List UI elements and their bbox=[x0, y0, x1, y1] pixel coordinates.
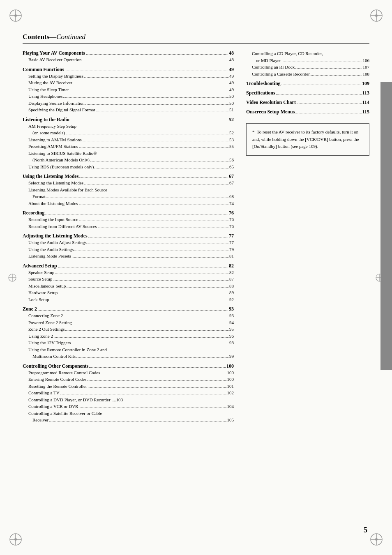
section-page-adjusting: 77 bbox=[229, 233, 234, 239]
section-common-functions: Common Functions 49 Setting the Display … bbox=[23, 67, 234, 113]
dots bbox=[311, 75, 362, 76]
list-item: Controlling a DVD Player, or DVD Recorde… bbox=[28, 396, 234, 403]
title-bold: Contents bbox=[23, 33, 49, 41]
section-page-using-listening: 67 bbox=[229, 173, 234, 180]
sub-title: Miscellaneous Setup bbox=[28, 283, 66, 290]
sub-page: 105 bbox=[227, 417, 234, 424]
sub-title: Muting the AV Receiver bbox=[28, 79, 72, 86]
sub-page: 107 bbox=[363, 64, 370, 71]
dots bbox=[281, 85, 361, 85]
list-item: Listening to SIRIUS Satellite Radio® bbox=[28, 150, 234, 157]
list-item: Format 68 bbox=[32, 193, 234, 200]
sub-page: 76 bbox=[229, 223, 234, 230]
section-header-playing-av: Playing Your AV Components 48 bbox=[23, 50, 234, 56]
corner-mark-tl bbox=[7, 7, 24, 24]
sub-page: 76 bbox=[229, 216, 234, 223]
page: 5 Contents—Continued Playing Your AV Com… bbox=[0, 0, 392, 555]
section-page-specifications: 113 bbox=[362, 90, 369, 96]
page-title: Contents—Continued bbox=[23, 33, 85, 41]
sub-title: Basic AV Receiver Operation bbox=[28, 56, 81, 63]
dots bbox=[95, 168, 228, 168]
dots bbox=[64, 317, 228, 317]
sub-page: 74 bbox=[229, 200, 234, 207]
page-inner: 5 Contents—Continued Playing Your AV Com… bbox=[0, 0, 392, 555]
sub-page: 49 bbox=[229, 86, 234, 93]
section-title-onscreen: Onscreen Setup Menus bbox=[246, 109, 295, 115]
sub-title: Multiroom Control Kits bbox=[32, 353, 76, 360]
list-item: Setting the Display Brightness 49 bbox=[28, 73, 234, 80]
section-title-zone2: Zone 2 bbox=[23, 306, 37, 312]
dots bbox=[55, 274, 228, 274]
section-header-advanced: Advanced Setup 82 bbox=[23, 263, 234, 269]
list-item: Using the Sleep Timer 49 bbox=[28, 86, 234, 93]
sub-title: Connecting Zone 2 bbox=[28, 312, 63, 319]
section-page-controlling: 100 bbox=[226, 363, 234, 369]
sub-title: Using the Audio Settings bbox=[28, 246, 74, 253]
dots bbox=[88, 237, 228, 237]
sub-page: 99 bbox=[229, 353, 234, 360]
sub-title: Displaying Source Information bbox=[28, 100, 85, 107]
sub-title: AM Frequency Step Setup bbox=[28, 123, 76, 130]
list-item: Controlling a Cassette Recorder 108 bbox=[252, 71, 369, 78]
dots bbox=[53, 280, 228, 281]
sub-title: Using Headphones bbox=[28, 93, 62, 100]
sub-title: Format bbox=[32, 193, 46, 200]
list-item: Entering Remote Control Codes 100 bbox=[28, 376, 234, 383]
sub-title: or MD Player bbox=[256, 57, 281, 64]
note-box: * To reset the AV receiver to its factor… bbox=[246, 123, 369, 156]
sub-title: Recording the Input Source bbox=[28, 216, 78, 223]
section-header-zone2: Zone 2 93 bbox=[23, 306, 234, 312]
sub-title: Using the 12V Triggers bbox=[28, 339, 71, 346]
dots bbox=[79, 177, 228, 178]
list-item: Using the Remote Controller in Zone 2 an… bbox=[28, 346, 234, 353]
section-specifications: Specifications 113 bbox=[246, 90, 369, 96]
dots bbox=[50, 301, 228, 301]
right-column: Controlling a CD Player, CD Recorder, or… bbox=[246, 50, 369, 427]
section-video-resolution: Video Resolution Chart 114 bbox=[246, 99, 369, 106]
dots bbox=[38, 310, 228, 311]
section-playing-av: Playing Your AV Components 48 Basic AV R… bbox=[23, 50, 234, 63]
list-item: Controlling a VCR or DVR 104 bbox=[28, 403, 234, 410]
sub-page: 68 bbox=[229, 193, 234, 200]
list-item: Presetting AM/FM Stations 55 bbox=[28, 143, 234, 150]
section-title-common: Common Functions bbox=[23, 67, 64, 73]
dots bbox=[72, 257, 228, 258]
sub-title: Controlling a CD Player, CD Recorder, bbox=[252, 50, 323, 57]
content-area: Contents—Continued Playing Your AV Compo… bbox=[23, 33, 369, 530]
section-page-playing-av: 48 bbox=[229, 50, 234, 56]
subsections-controlling: Preprogrammed Remote Control Codes 100 E… bbox=[28, 369, 234, 424]
list-item: Connecting Zone 2 93 bbox=[28, 312, 234, 319]
dots bbox=[49, 421, 226, 421]
sub-page: 49 bbox=[229, 79, 234, 86]
sub-page: 101 bbox=[227, 383, 234, 390]
section-controlling-other: Controlling Other Components 100 Preprog… bbox=[23, 363, 234, 424]
sub-page: 100 bbox=[227, 376, 234, 383]
sub-page: 96 bbox=[229, 333, 234, 340]
section-header-video: Video Resolution Chart 114 bbox=[246, 99, 369, 106]
sub-title: Specifying the Digital Signal Format bbox=[28, 106, 95, 113]
section-title-video: Video Resolution Chart bbox=[246, 99, 296, 106]
dots bbox=[85, 104, 228, 105]
dots bbox=[58, 267, 228, 267]
section-header-adjusting: Adjusting the Listening Modes 77 bbox=[23, 233, 234, 239]
dots bbox=[70, 121, 228, 121]
section-adjusting-listening: Adjusting the Listening Modes 77 Using t… bbox=[23, 233, 234, 260]
list-item: Speaker Setup 82 bbox=[28, 269, 234, 276]
dots bbox=[88, 387, 226, 388]
sub-title: Listening Modes Available for Each Sourc… bbox=[28, 187, 107, 193]
sub-page: 98 bbox=[229, 339, 234, 346]
sub-title: Controlling a Cassette Recorder bbox=[252, 71, 310, 78]
list-item: (North American Models Only) 56 bbox=[32, 157, 234, 164]
list-item: Receiver 105 bbox=[32, 417, 234, 424]
list-item: Multiroom Control Kits 99 bbox=[32, 353, 234, 360]
subsections-cd: Controlling a CD Player, CD Recorder, or… bbox=[252, 50, 369, 77]
sub-page: 77 bbox=[229, 239, 234, 246]
section-troubleshooting: Troubleshooting 109 bbox=[246, 81, 369, 87]
sub-page: 95 bbox=[229, 326, 234, 333]
sub-page: 51 bbox=[229, 106, 234, 113]
dots bbox=[83, 141, 228, 141]
list-item: Using Headphones 50 bbox=[28, 93, 234, 100]
dots bbox=[82, 61, 228, 61]
section-title-using-listening: Using the Listening Modes bbox=[23, 173, 78, 180]
dots bbox=[297, 104, 362, 104]
